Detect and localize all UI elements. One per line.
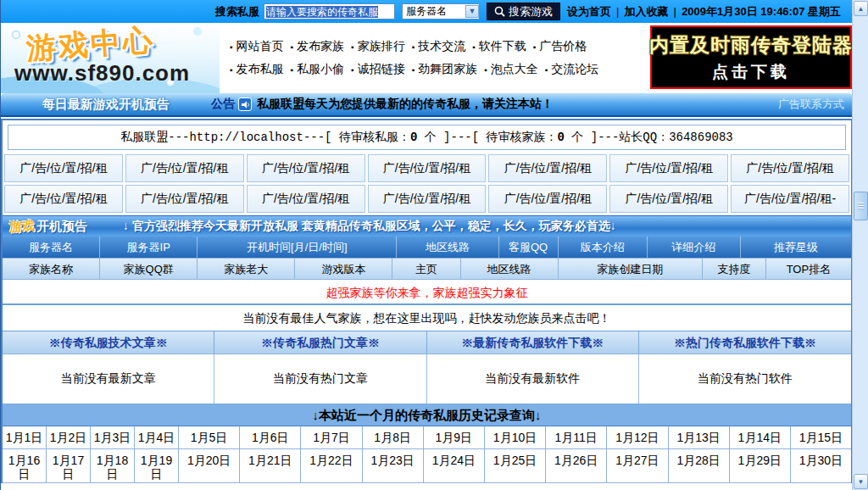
date-cell[interactable]: 1月21日 (240, 449, 301, 483)
date-cell[interactable]: 1月6日 (240, 426, 301, 449)
date-cell[interactable]: 1月13日 (669, 426, 730, 449)
section-title: ※传奇私服技术文章※ (3, 331, 214, 354)
nav-row-1: 网站首页发布家族家族排行技术交流软件下载广告价格 (230, 39, 650, 54)
date-cell[interactable]: 1月9日 (424, 426, 485, 449)
date-cell[interactable]: 1月19日 (135, 449, 179, 483)
forecast-recommend-text: ↓ 官方强烈推荐今天最新开放私服 套黄精品传奇私服区域，公平，稳定，长久，玩家务… (123, 219, 616, 234)
notice-marquee: 私服联盟每天为您提供最新的的传奇私服，请关注本站！ (257, 97, 778, 112)
search-input-value: 请输入要搜索的传奇私服 (266, 6, 378, 18)
date-cell[interactable]: 1月15日 (791, 426, 851, 449)
date-cell[interactable]: 1月3日 (91, 426, 135, 449)
ad-slot[interactable]: 广/告/位/置/招/租 (609, 154, 728, 182)
main-panel: 私服联盟---http://localhost---[ 待审核私服：0 个 ]-… (1, 119, 853, 483)
ad-slot[interactable]: 广/告/位/置/招/租 (247, 185, 365, 213)
ad-slot[interactable]: 广/告/位/置/招/租- (731, 185, 849, 213)
notice-label: 公告 (211, 97, 235, 112)
nav-link[interactable]: 劲舞团家族 (412, 62, 478, 77)
date-cell[interactable]: 1月27日 (607, 449, 668, 483)
date-cell[interactable]: 1月22日 (301, 449, 362, 483)
server-type-select[interactable]: 服务器名 ▼ (402, 3, 480, 19)
scroll-up-button[interactable]: ▲ (854, 1, 868, 16)
ad-slot[interactable]: 广/告/位/置/招/租 (488, 185, 607, 213)
date-cell[interactable]: 1月8日 (363, 426, 424, 449)
ad-slot[interactable]: 广/告/位/置/招/租 (368, 154, 487, 182)
family-promo-row: 超强家族等你来拿，家族超强实力象征 (3, 279, 851, 305)
nav-link[interactable]: 技术交流 (412, 39, 466, 54)
date-cell[interactable]: 1月14日 (730, 426, 791, 449)
ad-slot[interactable]: 广/告/位/置/招/租 (4, 185, 123, 213)
nav-row-2: 发布私服私服小偷诚招链接劲舞团家族泡点大全交流论坛 (230, 62, 650, 77)
history-query-title: ↓本站近一个月的传奇私服历史记录查询↓ (3, 404, 851, 426)
nav-link[interactable]: 软件下载 (472, 39, 526, 54)
ad-slot[interactable]: 广/告/位/置/招/租 (125, 185, 244, 213)
date-cell[interactable]: 1月2日 (47, 426, 91, 449)
site-stats-bar: 私服联盟---http://localhost---[ 待审核私服：0 个 ]-… (8, 125, 846, 150)
ad-slot[interactable]: 广/告/位/置/招/租 (125, 154, 244, 182)
nav-link[interactable]: 发布私服 (230, 62, 284, 77)
ad-banner-download-link[interactable]: 点击下载 (712, 61, 790, 83)
family-column-header: 游戏版本 (295, 259, 392, 279)
date-cell[interactable]: 1月11日 (546, 426, 607, 449)
date-cell[interactable]: 1月7日 (301, 426, 362, 449)
server-column-header: 客服QQ (499, 237, 559, 258)
nav-link[interactable]: 广告价格 (533, 39, 587, 54)
ad-slot[interactable]: 广/告/位/置/招/租 (609, 185, 728, 213)
ad-slot[interactable]: 广/告/位/置/招/租 (247, 154, 365, 182)
date-cell[interactable]: 1月18日 (91, 449, 135, 483)
section-empty-text: 当前没有热门软件 (639, 354, 851, 404)
family-empty-row: 当前没有最佳人气家族，想在这里出现吗，赶快发动您族员来点击吧！ (3, 305, 851, 331)
date-cell[interactable]: 1月16日 (3, 449, 47, 483)
nav-link[interactable]: 发布家族 (291, 39, 345, 54)
date-cell[interactable]: 1月12日 (607, 426, 668, 449)
top-link[interactable]: 设为首页 (567, 4, 624, 19)
date-cell[interactable]: 1月5日 (179, 426, 240, 449)
search-icon (494, 6, 505, 17)
date-cell[interactable]: 1月30日 (791, 449, 851, 483)
logo-url: www.sf890.com (14, 60, 190, 86)
date-cell[interactable]: 1月23日 (363, 449, 424, 483)
page: 搜索私服 请输入要搜索的传奇私服 服务器名 ▼ 搜索游戏 设为首页加入收藏 20… (0, 0, 868, 490)
section-empty-text: 当前没有热门文章 (214, 354, 426, 404)
ad-slot[interactable]: 广/告/位/置/招/租 (4, 154, 123, 182)
nav-link[interactable]: 家族排行 (351, 39, 405, 54)
scrollbar-thumb[interactable] (854, 192, 868, 220)
family-column-header: 家族名称 (3, 259, 100, 279)
chevron-down-icon[interactable]: ▼ (465, 5, 479, 18)
date-cell[interactable]: 1月25日 (485, 449, 546, 483)
nav-link[interactable]: 交流论坛 (545, 62, 599, 77)
ad-slot[interactable]: 广/告/位/置/招/租 (368, 185, 487, 213)
scroll-down-button[interactable]: ▼ (854, 474, 868, 489)
vertical-scrollbar[interactable]: ▲ ▼ (852, 0, 868, 490)
date-cell[interactable]: 1月17日 (47, 449, 91, 483)
nav-link[interactable]: 诚招链接 (351, 62, 405, 77)
nav-link[interactable]: 私服小偷 (291, 62, 345, 77)
ad-contact-link[interactable]: 广告联系方式 (778, 97, 844, 112)
search-game-button[interactable]: 搜索游戏 (487, 3, 560, 20)
download-ad-banner[interactable]: 内置及时雨传奇登陆器 点击下载 (650, 25, 852, 89)
forecast-label-rest: 开机预告 (36, 219, 87, 235)
nav-link[interactable]: 网站首页 (230, 39, 284, 54)
date-cell[interactable]: 1月26日 (546, 449, 607, 483)
section-empty-text: 当前没有最新软件 (427, 354, 639, 404)
top-link[interactable]: 加入收藏 (624, 4, 681, 19)
date-cell[interactable]: 1月24日 (424, 449, 485, 483)
stats-text: 个 ]---站长QQ：364869083 (565, 131, 733, 144)
server-column-header: 服务器名 (3, 237, 100, 258)
date-cell[interactable]: 1月28日 (669, 449, 730, 483)
search-label: 搜索私服 (215, 4, 259, 19)
date-cell[interactable]: 1月10日 (485, 426, 546, 449)
search-input[interactable]: 请输入要搜索的传奇私服 (264, 3, 395, 19)
date-cell[interactable]: 1月4日 (135, 426, 179, 449)
nav-link[interactable]: 泡点大全 (484, 62, 538, 77)
date-cell[interactable]: 1月1日 (3, 426, 47, 449)
date-cell[interactable]: 1月29日 (730, 449, 791, 483)
topbar: 搜索私服 请输入要搜索的传奇私服 服务器名 ▼ 搜索游戏 设为首页加入收藏 20… (1, 0, 853, 23)
section-empty-text: 当前没有最新文章 (3, 354, 214, 404)
ad-slot[interactable]: 广/告/位/置/招/租 (731, 154, 849, 182)
server-column-header: 推荐星级 (741, 237, 851, 258)
site-logo[interactable]: 游戏中心 www.sf890.com (1, 23, 220, 93)
date-cell[interactable]: 1月20日 (179, 449, 240, 483)
forecast-bar: 游戏 开机预告 ↓ 官方强烈推荐今天最新开放私服 套黄精品传奇私服区域，公平，稳… (3, 215, 851, 237)
ad-slot[interactable]: 广/告/位/置/招/租 (488, 154, 607, 182)
datetime-display: 2009年1月30日 19:46:07 星期五 (682, 4, 841, 19)
